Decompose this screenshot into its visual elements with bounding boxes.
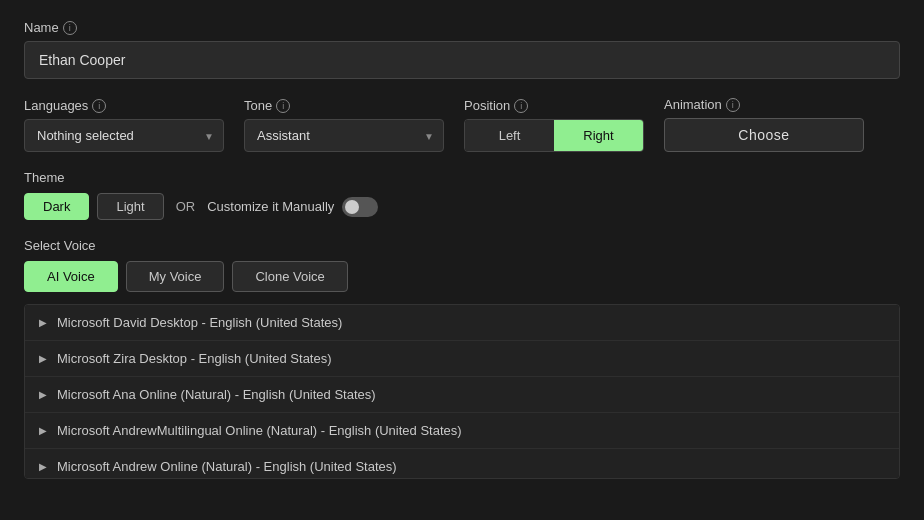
voice-item[interactable]: ▶ Microsoft AndrewMultilingual Online (N… [25, 413, 899, 449]
voice-item-label: Microsoft Andrew Online (Natural) - Engl… [57, 459, 397, 474]
tone-info-icon[interactable]: i [276, 99, 290, 113]
toggle-slider [342, 197, 378, 217]
name-info-icon[interactable]: i [63, 21, 77, 35]
customize-manually-toggle[interactable] [342, 197, 378, 217]
tone-select-wrapper: Assistant Professional Casual Friendly ▼ [244, 119, 444, 152]
voice-item[interactable]: ▶ Microsoft Ana Online (Natural) - Engli… [25, 377, 899, 413]
position-left-button[interactable]: Left [465, 120, 554, 151]
theme-section: Theme Dark Light OR Customize it Manuall… [24, 170, 900, 220]
select-voice-section: Select Voice AI Voice My Voice Clone Voi… [24, 238, 900, 479]
position-toggle: Left Right [464, 119, 644, 152]
voice-item-label: Microsoft Ana Online (Natural) - English… [57, 387, 376, 402]
tone-label: Tone i [244, 98, 444, 113]
ai-voice-tab[interactable]: AI Voice [24, 261, 118, 292]
name-input[interactable] [24, 41, 900, 79]
select-voice-label: Select Voice [24, 238, 900, 253]
theme-row: Dark Light OR Customize it Manually [24, 193, 900, 220]
my-voice-tab[interactable]: My Voice [126, 261, 225, 292]
play-icon: ▶ [39, 389, 47, 400]
theme-dark-button[interactable]: Dark [24, 193, 89, 220]
play-icon: ▶ [39, 461, 47, 472]
position-right-button[interactable]: Right [554, 120, 643, 151]
voice-item[interactable]: ▶ Microsoft Andrew Online (Natural) - En… [25, 449, 899, 479]
theme-label: Theme [24, 170, 900, 185]
voice-item-label: Microsoft Zira Desktop - English (United… [57, 351, 332, 366]
languages-select[interactable]: Nothing selected English Spanish French … [24, 119, 224, 152]
play-icon: ▶ [39, 425, 47, 436]
languages-group: Languages i Nothing selected English Spa… [24, 98, 224, 152]
voice-list: ▶ Microsoft David Desktop - English (Uni… [24, 304, 900, 479]
name-field-group: Name i [24, 20, 900, 79]
languages-select-wrapper: Nothing selected English Spanish French … [24, 119, 224, 152]
name-label: Name i [24, 20, 900, 35]
position-group: Position i Left Right [464, 98, 644, 152]
theme-light-button[interactable]: Light [97, 193, 163, 220]
settings-row: Languages i Nothing selected English Spa… [24, 97, 900, 152]
languages-info-icon[interactable]: i [92, 99, 106, 113]
position-label: Position i [464, 98, 644, 113]
play-icon: ▶ [39, 353, 47, 364]
clone-voice-tab[interactable]: Clone Voice [232, 261, 347, 292]
play-icon: ▶ [39, 317, 47, 328]
languages-label: Languages i [24, 98, 224, 113]
animation-info-icon[interactable]: i [726, 98, 740, 112]
voice-item[interactable]: ▶ Microsoft Zira Desktop - English (Unit… [25, 341, 899, 377]
tone-select[interactable]: Assistant Professional Casual Friendly [244, 119, 444, 152]
theme-or-text: OR [176, 199, 196, 214]
animation-choose-button[interactable]: Choose [664, 118, 864, 152]
position-info-icon[interactable]: i [514, 99, 528, 113]
animation-label: Animation i [664, 97, 864, 112]
voice-item-label: Microsoft AndrewMultilingual Online (Nat… [57, 423, 462, 438]
voice-item[interactable]: ▶ Microsoft David Desktop - English (Uni… [25, 305, 899, 341]
voice-item-label: Microsoft David Desktop - English (Unite… [57, 315, 342, 330]
customize-manually-label: Customize it Manually [207, 199, 334, 214]
tone-group: Tone i Assistant Professional Casual Fri… [244, 98, 444, 152]
voice-tabs: AI Voice My Voice Clone Voice [24, 261, 900, 292]
animation-group: Animation i Choose [664, 97, 864, 152]
